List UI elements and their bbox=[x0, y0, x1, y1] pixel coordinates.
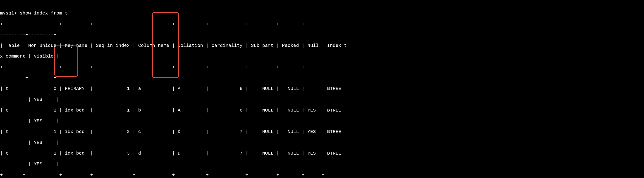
data-row-1-line1: | t | 1 | idx_bcd | 1 | b | A | 6 | NULL… bbox=[0, 108, 644, 113]
mysql-prompt: mysql> bbox=[0, 11, 20, 16]
data-row-0-line2: | YES | bbox=[0, 97, 644, 102]
data-row-2-line2: | YES | bbox=[0, 140, 644, 145]
highlight-idx-bcd-keyname bbox=[54, 46, 78, 77]
terminal-output: mysql> show index from t; +-------+-----… bbox=[0, 0, 644, 178]
header-row-line2: x_comment | Visible | bbox=[0, 54, 644, 59]
data-row-3-line1: | t | 1 | idx_bcd | 3 | d | D | 7 | NULL… bbox=[0, 151, 644, 156]
data-row-0-line1: | t | 0 | PRIMARY | 1 | a | A | 8 | NULL… bbox=[0, 86, 644, 91]
prompt-line: mysql> show index from t; bbox=[0, 11, 644, 16]
table-border-mid-1: +-------+------------+----------+-------… bbox=[0, 65, 644, 70]
data-row-2-line1: | t | 1 | idx_bcd | 2 | c | D | 7 | NULL… bbox=[0, 129, 644, 135]
table-border-mid-2: ---------+---------+ bbox=[0, 75, 644, 81]
table-border-top-1: +-------+------------+----------+-------… bbox=[0, 22, 644, 27]
table-border-bottom-1: +-------+------------+----------+-------… bbox=[0, 173, 644, 178]
table-border-top-2: ---------+---------+ bbox=[0, 32, 644, 38]
header-row-line1: | Table | Non_unique | Key_name | Seq_in… bbox=[0, 43, 644, 48]
data-row-1-line2: | YES | bbox=[0, 118, 644, 124]
sql-command[interactable]: show index from t; bbox=[20, 11, 70, 16]
data-row-3-line2: | YES | bbox=[0, 162, 644, 167]
